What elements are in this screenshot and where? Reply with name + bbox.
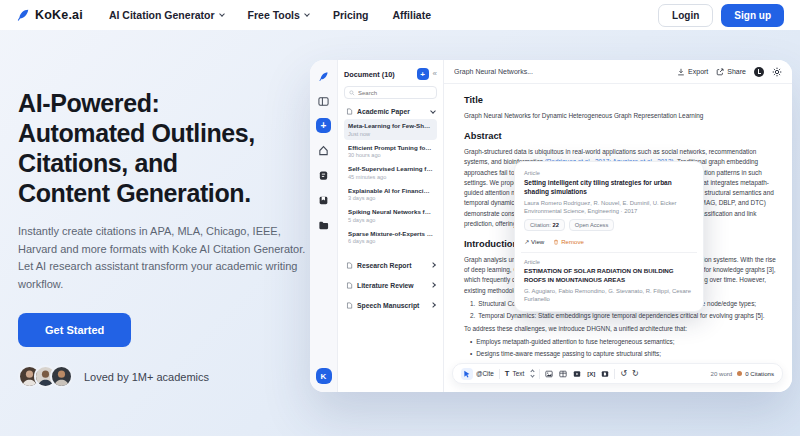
documents-icon[interactable]: [316, 167, 332, 183]
document-search[interactable]: [344, 86, 437, 99]
cite-label: @Cite: [476, 370, 494, 377]
share-icon: [716, 68, 724, 76]
item-number: 1.: [470, 299, 475, 309]
list-item[interactable]: Meta-Learning for Few-Shot NLP Just now: [344, 119, 437, 140]
file-icon: [346, 108, 353, 115]
title-section: Title Graph Neural Networks for Dynamic …: [464, 93, 780, 121]
file-icon: [346, 262, 353, 269]
popup-badges: Citation: 22 Open Access: [524, 219, 694, 231]
document-title-text: Graph Neural Networks for Dynamic Hetero…: [464, 111, 780, 121]
collapse-panel-button[interactable]: «: [433, 70, 437, 78]
folder-academic-paper[interactable]: Academic Paper: [344, 106, 437, 117]
list-item[interactable]: Explainable AI for Financial Risk... 3 d…: [344, 184, 437, 205]
add-document-button[interactable]: +: [417, 68, 429, 80]
video-icon[interactable]: [573, 370, 581, 378]
list-item[interactable]: Efficient Prompt Tuning for Larg... 30 h…: [344, 141, 437, 162]
hero-title: AI-Powered: Automated Outlines, Citation…: [18, 88, 318, 208]
folder-icon[interactable]: [316, 217, 332, 233]
popup-article-title-2[interactable]: ESTIMATION OF SOLAR RADIATION ON BUILDIN…: [524, 267, 694, 285]
list-item[interactable]: Sparse Mixture-of-Experts for L... 6 day…: [344, 227, 437, 248]
get-started-button[interactable]: Get Started: [18, 313, 131, 347]
cite-button[interactable]: @Cite: [461, 368, 494, 380]
nav-label: AI Citation Generator: [109, 9, 215, 21]
main-nav: AI Citation Generator Free Tools Pricing…: [109, 9, 658, 21]
nav-ai-citation-generator[interactable]: AI Citation Generator: [109, 9, 224, 21]
brand-logo[interactable]: KoKe.ai: [16, 8, 83, 22]
nav-label: Free Tools: [248, 9, 300, 21]
folder-speech-manuscript[interactable]: Speech Manuscript: [344, 300, 437, 311]
table-icon[interactable]: [559, 370, 567, 378]
sidebar-rail: + K: [310, 60, 338, 392]
file-icon: [346, 302, 353, 309]
bullet-dot: •: [470, 349, 472, 359]
doc-title: Spiking Neural Networks for Edg...: [348, 208, 433, 215]
search-icon: [349, 90, 355, 96]
doc-time: 3 days ago: [348, 195, 433, 201]
download-icon: [677, 68, 685, 76]
nav-free-tools[interactable]: Free Tools: [248, 9, 309, 21]
open-access-badge: Open Access: [569, 219, 615, 231]
nav-affiliate[interactable]: Affiliate: [392, 9, 431, 21]
doc-title: Explainable AI for Financial Risk...: [348, 187, 433, 194]
bullet-list: • Employs metapath-guided attention to f…: [470, 337, 780, 360]
code-block-icon[interactable]: [601, 370, 609, 378]
document-list: Meta-Learning for Few-Shot NLP Just now …: [344, 119, 437, 247]
documents-header: Document (10) + «: [344, 68, 437, 80]
app-feather-logo[interactable]: [316, 68, 332, 84]
remove-button[interactable]: Remove: [553, 238, 584, 245]
text-style-select[interactable]: T Text: [505, 369, 534, 378]
title-heading: Title: [464, 93, 780, 108]
file-icon: [346, 282, 353, 289]
word-count: 20 word: [711, 370, 733, 377]
popup-article-venue: Environmental Science, Engineering · 201…: [524, 208, 694, 214]
search-input[interactable]: [358, 90, 432, 96]
hero-title-line: AI-Powered:: [18, 88, 318, 118]
popup-article-authors: Laura Romero Rodriguez, R. Nouvel, E. Du…: [524, 199, 694, 207]
bullet-text: Employs metapath-guided attention to fus…: [476, 337, 674, 347]
history-icon[interactable]: [754, 67, 764, 77]
view-button[interactable]: ↗ View: [524, 238, 544, 245]
citation-label: Citation:: [530, 222, 551, 228]
doc-title: Meta-Learning for Few-Shot NLP: [348, 122, 433, 129]
bullet-dot: •: [470, 337, 472, 347]
undo-icon[interactable]: ↺: [620, 370, 627, 378]
image-icon[interactable]: [545, 370, 553, 378]
abstract-heading: Abstract: [464, 129, 780, 144]
list-item[interactable]: Spiking Neural Networks for Edg... 5 day…: [344, 205, 437, 226]
redo-icon[interactable]: ↻: [632, 370, 639, 378]
login-button[interactable]: Login: [658, 4, 713, 27]
gear-icon[interactable]: [772, 67, 782, 77]
chevron-right-icon: [430, 262, 436, 268]
popup-article-authors-2: G. Agugiaro, Fabio Remondino, G. Stevana…: [524, 287, 694, 304]
export-button[interactable]: Export: [677, 68, 708, 76]
folder-research-report[interactable]: Research Report: [344, 260, 437, 271]
workspace-badge[interactable]: K: [316, 368, 332, 384]
trash-icon: [553, 239, 559, 245]
citation-popup: Article Setting intelligent city tiling …: [514, 161, 704, 312]
citations-count-label: 0 Citations: [745, 370, 774, 377]
home-icon[interactable]: [316, 142, 332, 158]
new-document-button[interactable]: +: [316, 118, 331, 133]
popup-article-title[interactable]: Setting intelligent city tiling strategi…: [524, 178, 694, 197]
hero-title-line: Content Generation.: [18, 178, 318, 208]
signup-button[interactable]: Sign up: [721, 4, 784, 27]
site-header: KoKe.ai AI Citation Generator Free Tools…: [0, 0, 800, 30]
doc-time: Just now: [348, 131, 433, 137]
bullet-item: • Employs metapath-guided attention to f…: [470, 337, 780, 347]
citations-counter[interactable]: 0 Citations: [737, 370, 774, 377]
social-proof-text: Loved by 1M+ academics: [84, 371, 209, 383]
header-actions: Login Sign up: [658, 4, 784, 27]
share-button[interactable]: Share: [716, 68, 746, 76]
document-tab[interactable]: Graph Neural Networks...: [454, 68, 669, 75]
folder-label: Speech Manuscript: [357, 302, 419, 309]
folder-literature-review[interactable]: Literature Review: [344, 280, 437, 291]
editor-main: Graph Neural Networks... Export Share Ti…: [444, 60, 792, 392]
formula-icon[interactable]: [X]: [587, 371, 595, 377]
panel-toggle-icon[interactable]: [316, 93, 332, 109]
item-number: 2.: [470, 311, 475, 321]
list-item[interactable]: Self-Supervised Learning for Vid... 45 m…: [344, 162, 437, 183]
feather-icon: [16, 8, 30, 22]
nav-pricing[interactable]: Pricing: [333, 9, 369, 21]
folder-label: Academic Paper: [357, 108, 410, 115]
library-icon[interactable]: [316, 192, 332, 208]
